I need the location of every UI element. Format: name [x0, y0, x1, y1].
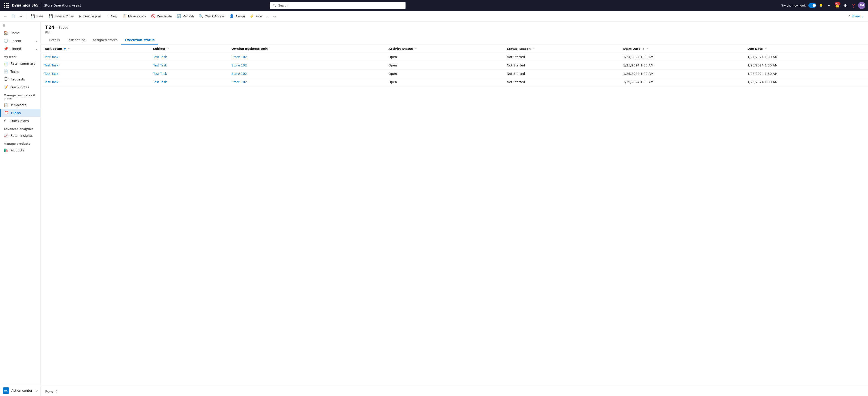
share-dropdown-arrow: ⌄ [861, 14, 864, 18]
recent-icon: 🕐 [4, 39, 8, 43]
table-row: Test Task Test Task Store 102 Open Not S… [41, 61, 868, 70]
sidebar-item-templates[interactable]: 📋 Templates [0, 101, 40, 109]
save-button[interactable]: 💾 Save [28, 12, 46, 20]
sidebar-item-products[interactable]: 🛍️ Products [0, 146, 40, 154]
sidebar-item-quick-notes[interactable]: 📝 Quick notes [0, 83, 40, 91]
table-row: Test Task Test Task Store 102 Open Not S… [41, 70, 868, 78]
owning-business-unit-cell-0[interactable]: Store 102 [228, 53, 385, 61]
activity-status-cell-1: Open [385, 61, 503, 70]
sidebar-item-pinned[interactable]: 📌 Pinned ⌄ [0, 45, 40, 53]
tab-assigned-stores[interactable]: Assigned stores [89, 36, 121, 44]
notifications-icon[interactable]: 🔔 99+ [834, 2, 841, 9]
sidebar-item-plans[interactable]: 📅 Plans [0, 109, 40, 117]
retail-insights-icon: 📈 [4, 133, 8, 138]
col-status-reason[interactable]: Status Reason ⌃ [503, 45, 620, 53]
back-button[interactable]: ← [2, 13, 9, 20]
check-access-icon: 🔍 [199, 14, 203, 18]
activity-status-cell-3: Open [385, 78, 503, 86]
owning-business-unit-cell-3[interactable]: Store 102 [228, 78, 385, 86]
make-copy-button[interactable]: 📋 Make a copy [120, 12, 148, 20]
sidebar-toggle[interactable]: ☰ [0, 22, 40, 29]
execute-plan-icon: ▶ [79, 14, 81, 18]
main-content: T24 - Saved Plan Details Task setups Ass… [41, 22, 868, 396]
assign-button[interactable]: 👤 Assign [227, 12, 247, 20]
col-activity-status[interactable]: Activity Status ⌃ [385, 45, 503, 53]
sidebar-item-recent[interactable]: 🕐 Recent ⌄ [0, 37, 40, 45]
activity-sort-icon: ⌃ [415, 48, 417, 51]
status-reason-cell-1: Not Started [503, 61, 620, 70]
home-icon: 🏠 [4, 31, 8, 35]
flow-button-group: ⚡ Flow ⌄ [248, 12, 270, 20]
task-setup-cell-0[interactable]: Test Task [41, 53, 149, 61]
flow-dropdown-arrow[interactable]: ⌄ [265, 12, 270, 20]
col-start-date[interactable]: Start Date ↑ ⌃ [620, 45, 744, 53]
task-setup-cell-3[interactable]: Test Task [41, 78, 149, 86]
help-icon[interactable]: ❓ [850, 2, 857, 9]
quick-notes-icon: 📝 [4, 85, 8, 89]
try-new-look-label: Try the new look [781, 4, 806, 7]
waffle-icon [4, 3, 9, 8]
tab-execution-status[interactable]: Execution status [121, 36, 158, 44]
subject-cell-0[interactable]: Test Task [149, 53, 228, 61]
col-due-date[interactable]: Due Date ⌃ [744, 45, 868, 53]
tasks-icon: 📄 [4, 69, 8, 73]
search-input[interactable] [278, 4, 403, 7]
sidebar-item-quick-plans[interactable]: ⚡ Quick plans [0, 117, 40, 125]
search-bar[interactable] [270, 2, 405, 9]
owning-business-unit-cell-2[interactable]: Store 102 [228, 70, 385, 78]
activity-status-cell-2: Open [385, 70, 503, 78]
refresh-button[interactable]: 🔄 Refresh [175, 12, 196, 20]
table-row: Test Task Test Task Store 102 Open Not S… [41, 78, 868, 86]
status-reason-cell-2: Not Started [503, 70, 620, 78]
more-options-button[interactable]: ⋯ [271, 12, 278, 20]
waffle-menu[interactable] [3, 2, 10, 9]
obu-sort-icon: ⌃ [270, 48, 272, 51]
execute-plan-button[interactable]: ▶ Execute plan [76, 12, 103, 20]
action-center[interactable]: AC Action center ◇ [0, 385, 40, 396]
sidebar-item-retail-insights[interactable]: 📈 Retail insights [0, 131, 40, 140]
share-button[interactable]: ↗ Share ⌄ [845, 12, 866, 20]
col-owning-business-unit[interactable]: Owning Business Unit ⌃ [228, 45, 385, 53]
deactivate-button[interactable]: 🚫 Deactivate [149, 12, 174, 20]
task-setup-cell-1[interactable]: Test Task [41, 61, 149, 70]
save-close-button[interactable]: 💾 Save & Close [46, 12, 76, 20]
owning-business-unit-cell-1[interactable]: Store 102 [228, 61, 385, 70]
settings-icon[interactable]: ⚙️ [842, 2, 849, 9]
tab-task-setups[interactable]: Task setups [64, 36, 89, 44]
tab-details[interactable]: Details [45, 36, 64, 44]
record-title: T24 [45, 24, 55, 30]
document-icon[interactable]: 📄 [9, 13, 17, 20]
due-date-cell-1: 1/25/2024 1:30 AM [744, 61, 868, 70]
task-setup-cell-2[interactable]: Test Task [41, 70, 149, 78]
plans-icon: 📅 [4, 111, 9, 115]
avatar[interactable]: SM [858, 2, 865, 9]
subject-cell-2[interactable]: Test Task [149, 70, 228, 78]
rows-count: Rows: 4 [41, 387, 868, 396]
forward-button[interactable]: → [17, 13, 24, 20]
col-subject[interactable]: Subject ⌃ [149, 45, 228, 53]
record-header: T24 - Saved Plan Details Task setups Ass… [41, 22, 868, 45]
svg-point-0 [273, 4, 275, 6]
flow-button[interactable]: ⚡ Flow [248, 12, 265, 20]
lightbulb-icon[interactable]: 💡 [817, 2, 825, 9]
check-access-button[interactable]: 🔍 Check Access [196, 12, 227, 20]
svg-line-1 [275, 6, 276, 7]
plus-icon[interactable]: ＋ [826, 2, 833, 9]
nav-divider [41, 3, 41, 8]
task-setup-filter-icon: ▼ [64, 48, 66, 51]
new-look-toggle[interactable] [808, 3, 816, 8]
deactivate-icon: 🚫 [151, 14, 156, 18]
sidebar-item-retail-summary[interactable]: 📊 Retail summary [0, 59, 40, 67]
pinned-icon: 📌 [4, 47, 8, 51]
main-layout: ☰ 🏠 Home 🕐 Recent ⌄ 📌 Pinned ⌄ My work 📊… [0, 22, 868, 396]
sidebar-item-home[interactable]: 🏠 Home [0, 29, 40, 37]
col-task-setup[interactable]: Task setup ▼ ⌃ [41, 45, 149, 53]
pinned-chevron: ⌄ [35, 47, 38, 51]
subject-cell-1[interactable]: Test Task [149, 61, 228, 70]
command-bar: ← 📄 → 💾 Save 💾 Save & Close ▶ Execute pl… [0, 11, 868, 22]
sidebar-item-requests[interactable]: 💬 Requests [0, 75, 40, 83]
new-button[interactable]: ＋ New [104, 12, 120, 20]
subject-cell-3[interactable]: Test Task [149, 78, 228, 86]
sidebar-item-tasks[interactable]: 📄 Tasks [0, 67, 40, 75]
table-container: Task setup ▼ ⌃ Subject ⌃ Owning Business… [41, 45, 868, 387]
